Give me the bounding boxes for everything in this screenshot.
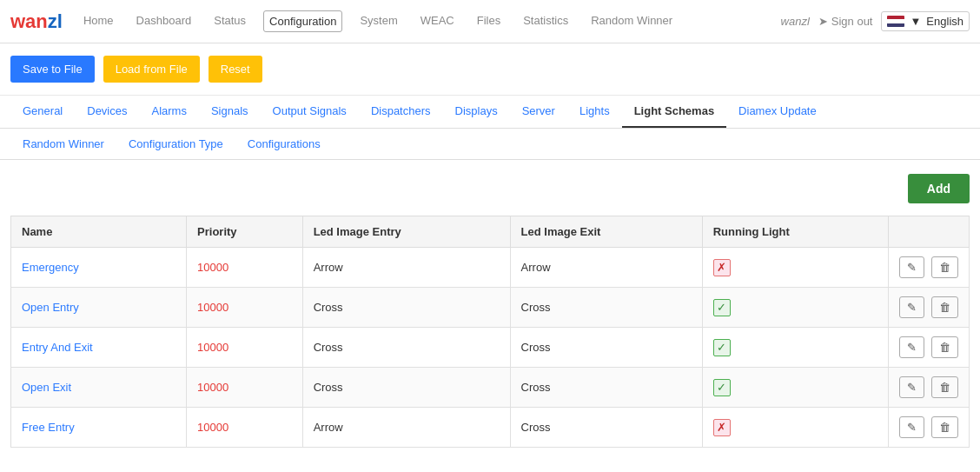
cell-priority: 10000 <box>187 288 303 328</box>
col-name: Name <box>11 216 187 248</box>
tab-lights[interactable]: Lights <box>567 96 622 128</box>
tab-diamex-update[interactable]: Diamex Update <box>726 96 829 128</box>
action-btns: ✎ 🗑 <box>899 256 958 278</box>
cell-name[interactable]: Free Entry <box>11 408 187 448</box>
nav-weac[interactable]: WEAC <box>415 10 460 32</box>
cell-actions: ✎ 🗑 <box>889 328 970 368</box>
cell-name[interactable]: Open Exit <box>11 368 187 408</box>
cell-led-entry: Cross <box>302 328 510 368</box>
running-light-checkbox[interactable]: ✓ <box>713 379 731 396</box>
edit-button[interactable]: ✎ <box>899 296 924 318</box>
cell-running-light[interactable]: ✗ <box>702 248 888 288</box>
edit-button[interactable]: ✎ <box>899 416 924 438</box>
table-row: Emergency 10000 Arrow Arrow ✗ ✎ 🗑 <box>11 248 970 288</box>
col-actions <box>889 216 970 248</box>
nav-statistics[interactable]: Statistics <box>518 10 573 32</box>
username: wanzl <box>781 15 810 28</box>
logo: wanzl <box>10 10 63 33</box>
language-selector[interactable]: ▼ English <box>881 11 970 31</box>
cell-priority: 10000 <box>187 328 303 368</box>
cell-running-light[interactable]: ✗ <box>702 408 888 448</box>
running-light-checkbox[interactable]: ✓ <box>713 339 731 356</box>
edit-button[interactable]: ✎ <box>899 376 924 398</box>
language-dropdown-icon: ▼ <box>910 15 921 28</box>
flag-icon <box>887 16 904 27</box>
nav-random-winner[interactable]: Random Winner <box>586 10 678 32</box>
nav-right: wanzl ➤ Sign out ▼ English <box>781 11 970 31</box>
tab-dispatchers[interactable]: Dispatchers <box>359 96 443 128</box>
cell-led-exit: Cross <box>510 368 702 408</box>
running-light-checkbox[interactable]: ✗ <box>713 259 731 276</box>
col-led-entry: Led Image Entry <box>302 216 510 248</box>
cell-name[interactable]: Emergency <box>11 248 187 288</box>
nav-dashboard[interactable]: Dashboard <box>131 10 197 32</box>
tab-devices[interactable]: Devices <box>75 96 139 128</box>
cell-led-entry: Arrow <box>302 248 510 288</box>
cell-actions: ✎ 🗑 <box>889 408 970 448</box>
signout-button[interactable]: ➤ Sign out <box>818 15 873 28</box>
tab-configurations[interactable]: Configurations <box>235 129 333 159</box>
logo-red: wan <box>10 10 48 32</box>
col-running-light: Running Light <box>702 216 888 248</box>
tab-signals[interactable]: Signals <box>199 96 261 128</box>
tab-random-winner[interactable]: Random Winner <box>10 129 116 159</box>
nav-home[interactable]: Home <box>78 10 119 32</box>
cell-actions: ✎ 🗑 <box>889 288 970 328</box>
delete-button[interactable]: 🗑 <box>931 256 958 278</box>
delete-button[interactable]: 🗑 <box>931 336 958 358</box>
nav-configuration[interactable]: Configuration <box>263 10 342 32</box>
table-row: Free Entry 10000 Arrow Cross ✗ ✎ 🗑 <box>11 408 970 448</box>
tab-alarms[interactable]: Alarms <box>140 96 199 128</box>
cell-name[interactable]: Open Entry <box>11 288 187 328</box>
cell-led-exit: Cross <box>510 408 702 448</box>
add-button[interactable]: Add <box>908 174 970 203</box>
cell-name[interactable]: Entry And Exit <box>11 328 187 368</box>
cell-priority: 10000 <box>187 368 303 408</box>
col-led-exit: Led Image Exit <box>510 216 702 248</box>
cell-led-entry: Arrow <box>302 408 510 448</box>
cell-running-light[interactable]: ✓ <box>702 368 888 408</box>
cell-actions: ✎ 🗑 <box>889 248 970 288</box>
cell-led-entry: Cross <box>302 368 510 408</box>
content-area: Add Name Priority Led Image Entry Led Im… <box>0 160 980 462</box>
toolbar: Save to File Load from File Reset <box>0 43 980 96</box>
edit-button[interactable]: ✎ <box>899 336 924 358</box>
load-from-file-button[interactable]: Load from File <box>103 56 200 83</box>
signout-label: Sign out <box>831 15 873 28</box>
delete-button[interactable]: 🗑 <box>931 296 958 318</box>
tabs-row-2: Random Winner Configuration Type Configu… <box>0 129 980 160</box>
light-schemas-table: Name Priority Led Image Entry Led Image … <box>10 216 970 448</box>
cell-running-light[interactable]: ✓ <box>702 288 888 328</box>
edit-button[interactable]: ✎ <box>899 256 924 278</box>
cell-priority: 10000 <box>187 408 303 448</box>
action-btns: ✎ 🗑 <box>899 336 958 358</box>
table-row: Open Exit 10000 Cross Cross ✓ ✎ 🗑 <box>11 368 970 408</box>
delete-button[interactable]: 🗑 <box>931 376 958 398</box>
nav-system[interactable]: System <box>354 10 402 32</box>
language-label: English <box>926 15 963 28</box>
tabs-row-1: General Devices Alarms Signals Output Si… <box>0 96 980 129</box>
cell-led-entry: Cross <box>302 288 510 328</box>
cell-led-exit: Arrow <box>510 248 702 288</box>
signout-icon: ➤ <box>818 15 828 28</box>
running-light-checkbox[interactable]: ✓ <box>713 299 731 316</box>
tab-output-signals[interactable]: Output Signals <box>261 96 359 128</box>
table-header-row: Name Priority Led Image Entry Led Image … <box>11 216 970 248</box>
cell-actions: ✎ 🗑 <box>889 368 970 408</box>
cell-running-light[interactable]: ✓ <box>702 328 888 368</box>
col-priority: Priority <box>187 216 303 248</box>
action-btns: ✎ 🗑 <box>899 296 958 318</box>
nav-status[interactable]: Status <box>209 10 251 32</box>
tab-light-schemas[interactable]: Light Schemas <box>622 96 726 128</box>
tab-configuration-type[interactable]: Configuration Type <box>116 129 235 159</box>
nav-files[interactable]: Files <box>472 10 506 32</box>
action-btns: ✎ 🗑 <box>899 376 958 398</box>
tab-displays[interactable]: Displays <box>443 96 510 128</box>
delete-button[interactable]: 🗑 <box>931 416 958 438</box>
save-to-file-button[interactable]: Save to File <box>10 56 95 83</box>
tab-general[interactable]: General <box>10 96 75 128</box>
running-light-checkbox[interactable]: ✗ <box>713 419 731 436</box>
add-btn-row: Add <box>10 174 970 203</box>
tab-server[interactable]: Server <box>510 96 567 128</box>
reset-button[interactable]: Reset <box>209 56 262 83</box>
